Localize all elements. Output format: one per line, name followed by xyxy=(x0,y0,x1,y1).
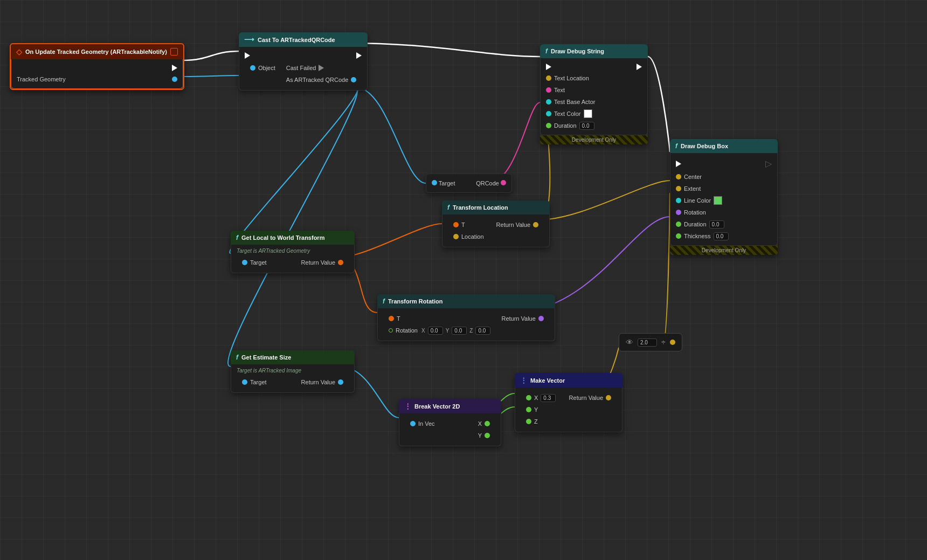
tracked-geometry-label: Tracked Geometry xyxy=(17,76,66,82)
extent-row: Extent xyxy=(670,183,777,195)
dev-only-badge: Development Only xyxy=(670,246,778,255)
return-row: Return Value xyxy=(296,257,349,268)
center-pin xyxy=(676,174,681,179)
tracked-geometry-pin xyxy=(172,77,177,82)
get-local-world-node: f Get Local to World Transform Target is… xyxy=(231,231,355,273)
rotation-row: Rotation X Y Z xyxy=(383,324,496,336)
func-icon: f xyxy=(383,298,385,305)
get-estimate-size-header: f Get Estimate Size xyxy=(231,350,355,364)
return-row: Return Value xyxy=(296,376,349,388)
text-location-label: Text Location xyxy=(554,75,589,81)
return-label: Return Value xyxy=(496,222,530,228)
thickness-pin xyxy=(676,233,681,239)
target-label: Target xyxy=(439,180,455,186)
text-location-pin xyxy=(546,75,551,81)
divide-input[interactable] xyxy=(638,338,657,347)
func-icon: f xyxy=(236,234,238,241)
line-color-swatch xyxy=(714,196,722,205)
rotation-z-input[interactable] xyxy=(475,327,490,335)
t-pin xyxy=(389,316,394,321)
line-color-pin xyxy=(676,198,681,203)
target-pin xyxy=(432,180,437,185)
exec-out-pin xyxy=(172,65,177,71)
text-color-pin xyxy=(546,111,551,116)
tracked-geometry-row: Tracked Geometry xyxy=(11,73,183,85)
text-row: Text xyxy=(541,84,647,96)
x-pin xyxy=(526,395,531,400)
func-icon: f xyxy=(675,142,677,150)
return-label: Return Value xyxy=(301,259,335,266)
line-color-row: Line Color xyxy=(670,195,777,206)
return-row: Return Value xyxy=(564,392,617,404)
get-estimate-size-node: f Get Estimate Size Target is ARTracked … xyxy=(231,350,355,393)
ddb-duration-input[interactable] xyxy=(709,220,724,229)
z-row: Z xyxy=(521,416,561,427)
t-row: T xyxy=(448,219,489,231)
eye-icon: 👁 xyxy=(626,338,633,347)
location-pin xyxy=(453,234,459,239)
t-pin xyxy=(453,222,459,227)
text-label: Text xyxy=(554,87,565,93)
make-vector-title: Make Vector xyxy=(530,377,565,384)
x-row: X xyxy=(521,392,561,404)
cast-node-header: ⟶ Cast To ARTrackedQRCode xyxy=(239,32,368,47)
return-row: Return Value xyxy=(491,219,544,231)
text-color-label: Text Color xyxy=(554,110,581,117)
break-vector-2d-title: Break Vector 2D xyxy=(414,403,460,410)
cast-failed-pin xyxy=(319,65,324,71)
y-row: Y xyxy=(473,430,495,441)
cast-failed-label: Cast Failed xyxy=(286,65,316,71)
thickness-label: Thickness xyxy=(684,233,711,239)
line-color-label: Line Color xyxy=(684,197,711,204)
text-color-row: Text Color xyxy=(541,108,647,120)
test-base-actor-row: Test Base Actor xyxy=(541,96,647,108)
make-vector-node: ⋮ Make Vector X Y Z xyxy=(515,373,622,432)
extent-label: Extent xyxy=(684,185,701,192)
target-label: Target xyxy=(250,379,267,385)
exec-in-pin xyxy=(676,161,681,167)
rotation-y-input[interactable] xyxy=(452,327,467,335)
ddb-duration-pin xyxy=(676,222,681,227)
object-pin xyxy=(250,65,255,71)
duration-pin xyxy=(546,123,551,128)
qrcode-node: Target QRCode xyxy=(426,174,512,193)
get-estimate-size-title: Get Estimate Size xyxy=(241,354,291,361)
cast-exec-row xyxy=(239,50,367,61)
draw-debug-box-title: Draw Debug Box xyxy=(681,143,728,149)
return-label: Return Value xyxy=(569,395,603,401)
divide-symbol: ÷ xyxy=(661,338,666,347)
event-node-header: ◇ On Update Tracked Geometry (ARTrackabl… xyxy=(11,44,183,59)
rotation-label: Rotation xyxy=(396,327,418,334)
transform-location-title: Transform Location xyxy=(453,204,508,211)
event-node-title: On Update Tracked Geometry (ARTrackableN… xyxy=(25,49,167,55)
return-row: Return Value xyxy=(496,313,549,324)
exec-in-pin xyxy=(245,52,250,59)
cast-node-title: Cast To ARTrackedQRCode xyxy=(258,37,335,43)
test-base-pin xyxy=(546,99,551,105)
y-row: Y xyxy=(521,404,561,416)
transform-location-node: f Transform Location T Location Return V… xyxy=(442,201,550,247)
func-icon: f xyxy=(236,354,238,361)
z-pin xyxy=(526,419,531,424)
text-pin xyxy=(546,87,551,93)
y-label: Y xyxy=(478,432,482,439)
duration-input[interactable] xyxy=(579,122,594,130)
center-label: Center xyxy=(684,174,702,180)
thickness-input[interactable] xyxy=(714,232,729,240)
x-input[interactable] xyxy=(541,394,556,402)
exec-in-pin xyxy=(546,64,551,70)
return-pin xyxy=(338,260,343,265)
break-vector-2d-header: ⋮ Break Vector 2D xyxy=(399,399,501,413)
t-label: T xyxy=(461,222,465,228)
y-label: Y xyxy=(534,406,538,413)
text-color-swatch xyxy=(584,109,592,118)
return-pin xyxy=(538,316,544,321)
draw-debug-string-title: Draw Debug String xyxy=(551,48,604,54)
as-artracted-label: As ARTracked QRCode xyxy=(286,77,349,83)
rotation-pin xyxy=(676,210,681,215)
event-node: ◇ On Update Tracked Geometry (ARTrackabl… xyxy=(10,43,184,90)
extent-pin xyxy=(676,186,681,191)
divide-node: 👁 ÷ xyxy=(619,333,682,351)
text-location-row: Text Location xyxy=(541,72,647,84)
rotation-x-input[interactable] xyxy=(428,327,443,335)
